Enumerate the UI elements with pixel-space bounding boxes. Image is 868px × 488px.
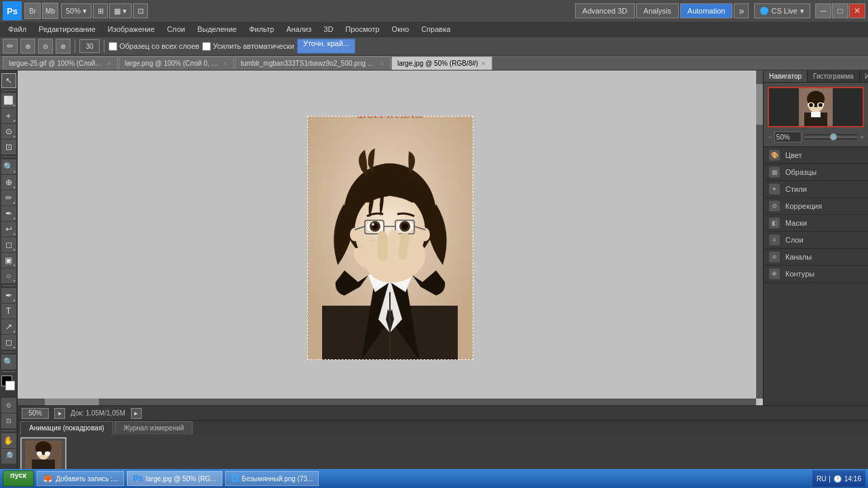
nav-zoom-handle[interactable] <box>830 134 837 140</box>
nav-zoom-slider[interactable] <box>804 134 857 140</box>
taskbar-paint[interactable]: 🖼 Безымянный.png (73... <box>225 471 319 486</box>
tool-text[interactable]: T <box>1 304 16 319</box>
panel-correction[interactable]: ⚙ Коррекция <box>764 198 868 215</box>
tool-zoom[interactable]: 🔍 <box>1 354 16 369</box>
tab-journal[interactable]: Журнал измерений <box>115 421 193 434</box>
navigator-content: − + <box>764 83 868 146</box>
lasso-intersect-icon[interactable]: ⊗ <box>56 39 71 54</box>
panel-paths[interactable]: ✤ Контуры <box>764 266 868 283</box>
menu-help[interactable]: Справка <box>416 24 456 35</box>
clock-icon: 🕐 <box>833 475 842 483</box>
status-info-arrow[interactable]: ▸ <box>131 408 142 419</box>
arrangement-btn[interactable]: ▦ ▾ <box>109 3 132 18</box>
auto-enhance-checkbox-group: Усилить автоматически <box>202 42 294 51</box>
tab-close-largepng[interactable]: ✕ <box>222 60 228 67</box>
paint-icon: 🖼 <box>231 474 239 483</box>
tool-move[interactable]: ↖ <box>1 73 16 88</box>
menu-window[interactable]: Окно <box>387 24 415 35</box>
mb-button[interactable]: Mb <box>42 3 58 19</box>
status-zoom-popup-btn[interactable]: ▸ <box>54 408 65 419</box>
panel-color[interactable]: 🎨 Цвет <box>764 147 868 164</box>
tool-clone[interactable]: ✒▸ <box>1 206 16 221</box>
restore-button[interactable]: □ <box>832 3 848 18</box>
analysis-btn[interactable]: Analysis <box>636 3 679 18</box>
panel-masks[interactable]: ◧ Маски <box>764 215 868 232</box>
tool-eyedropper[interactable]: 🔍▸ <box>1 159 16 174</box>
menu-edit[interactable]: Редактирование <box>33 24 101 35</box>
canvas-scrollbar-h[interactable] <box>18 399 756 405</box>
lasso-subtract-icon[interactable]: ⊖ <box>38 39 53 54</box>
automation-btn[interactable]: Automation <box>680 3 733 18</box>
tab-info[interactable]: Инфо <box>860 70 868 82</box>
tab-largue25[interactable]: largue-25.gif @ 100% (Слой 1, RGB/8... ✕ <box>3 56 118 70</box>
tool-brush[interactable]: ✏▸ <box>1 190 16 205</box>
background-color[interactable] <box>5 381 15 390</box>
tool-dodge[interactable]: ○▸ <box>1 268 16 283</box>
advanced3d-btn[interactable]: Advanced 3D <box>575 3 635 18</box>
tool-lasso[interactable]: ⌖▸ <box>1 108 16 123</box>
tool-path-select[interactable]: ↗▸ <box>1 319 16 334</box>
menu-3d[interactable]: 3D <box>318 24 338 35</box>
tool-screenmode[interactable]: ⊡ <box>1 413 16 428</box>
tab-histogram[interactable]: Гистограмма <box>808 70 860 82</box>
swatches-panel-icon: ▦ <box>769 167 780 178</box>
bridge-button[interactable]: Br <box>24 3 41 19</box>
tool-hand[interactable]: ✋ <box>1 433 16 448</box>
tab-navigator[interactable]: Навигатор <box>764 70 808 82</box>
zoom-selector[interactable]: 50% ▾ <box>61 3 92 18</box>
tool-pen[interactable]: ✒▸ <box>1 288 16 303</box>
tab-close-largue25[interactable]: ✕ <box>106 60 112 67</box>
panel-layers[interactable]: ≡ Слои <box>764 232 868 249</box>
brush-tool-icon[interactable]: ✏ <box>3 39 18 54</box>
workspace-icon-btn[interactable]: ⊞ <box>93 3 108 18</box>
tool-quickmask[interactable]: ⊙ <box>1 398 16 413</box>
scrollbar-v-thumb[interactable] <box>756 84 763 125</box>
panel-channels[interactable]: ≋ Каналы <box>764 249 868 266</box>
cs-live-btn[interactable]: CS Live ▾ <box>754 3 810 18</box>
tab-animation[interactable]: Анимация (покадровая) <box>20 421 113 434</box>
start-button[interactable]: пуск <box>3 470 34 487</box>
canvas-scrollbar-v[interactable] <box>756 70 763 399</box>
menu-view[interactable]: Просмотр <box>340 24 384 35</box>
brush-size-box[interactable]: 30 <box>79 39 100 53</box>
scrollbar-h-thumb[interactable] <box>45 399 99 405</box>
auto-enhance-label: Усилить автоматически <box>213 42 294 50</box>
minimize-button[interactable]: ─ <box>815 3 831 18</box>
lasso-add-icon[interactable]: ⊕ <box>20 39 35 54</box>
tool-spot-heal[interactable]: ⊕▸ <box>1 175 16 190</box>
refine-edge-button[interactable]: Уточн. край... <box>297 39 355 54</box>
color-panel-icon: 🎨 <box>769 150 780 161</box>
panel-swatches[interactable]: ▦ Образцы <box>764 164 868 181</box>
tab-close-tumblr[interactable]: ✕ <box>379 60 384 67</box>
tool-gradient[interactable]: ▣▸ <box>1 253 16 268</box>
taskbar-firefox[interactable]: 🦊 Добавить запись :... <box>37 471 124 486</box>
navigator-panel: Навигатор Гистограмма Инфо <box>764 70 868 147</box>
menu-select[interactable]: Выделение <box>192 24 242 35</box>
tool-zoom2[interactable]: 🔎 <box>1 449 16 464</box>
screen-mode-btn[interactable]: ⊡ <box>133 3 148 18</box>
close-button[interactable]: ✕ <box>849 3 865 18</box>
tab-close-largejpg[interactable]: ✕ <box>481 60 486 67</box>
zoom-out-icon[interactable]: − <box>768 134 772 141</box>
tool-shape[interactable]: ◻▸ <box>1 335 16 350</box>
menu-filter[interactable]: Фильтр <box>243 24 279 35</box>
auto-enhance-checkbox[interactable] <box>202 42 211 51</box>
tool-history-brush[interactable]: ↩▸ <box>1 222 16 237</box>
tool-quickselect[interactable]: ⊙▸ <box>1 124 16 139</box>
tool-eraser[interactable]: ◻▸ <box>1 237 16 252</box>
tab-tumblr[interactable]: tumblr_mgban333TS1rbawz9o2_500.png @ 50%… <box>235 56 391 70</box>
tool-marquee[interactable]: ⬜▸ <box>1 93 16 108</box>
panel-styles[interactable]: ✦ Стили <box>764 181 868 198</box>
sample-layers-checkbox[interactable] <box>108 42 117 51</box>
zoom-in-icon[interactable]: + <box>860 134 864 141</box>
tool-crop[interactable]: ⊡ <box>1 140 16 155</box>
menu-layers[interactable]: Слои <box>161 24 191 35</box>
more-workspaces-btn[interactable]: » <box>734 3 749 18</box>
tab-largepng[interactable]: large.png @ 100% (Слой 0, RGB/... ✕ <box>119 56 234 70</box>
nav-zoom-input[interactable] <box>774 131 802 142</box>
taskbar-ps[interactable]: Ps large.jpg @ 50% (RG... <box>127 471 222 486</box>
menu-analysis[interactable]: Анализ <box>281 24 317 35</box>
menu-image[interactable]: Изображение <box>102 24 160 35</box>
menu-file[interactable]: Файл <box>3 24 32 35</box>
tab-largejpg[interactable]: large.jpg @ 50% (RGB/8#) ✕ <box>391 56 492 70</box>
